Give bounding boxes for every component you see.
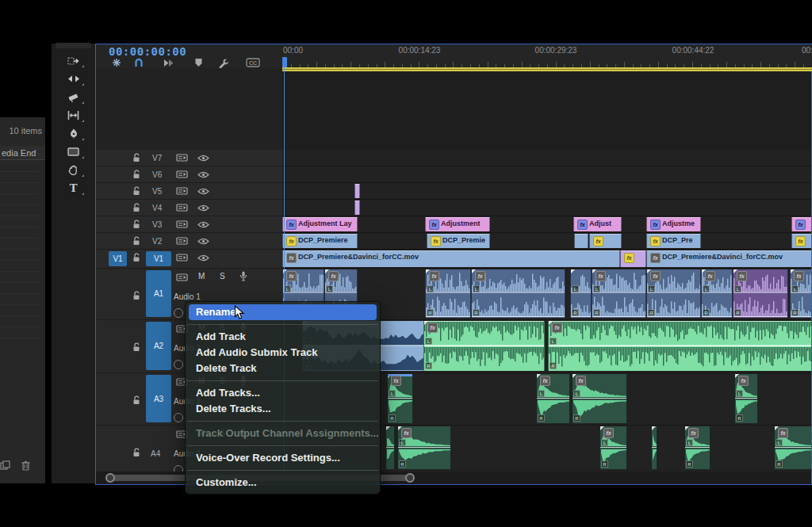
toggle-track-output-eye-icon[interactable] <box>197 155 209 162</box>
video-clip[interactable]: fxDCP_Premie <box>427 234 490 248</box>
menu-item-customize[interactable]: Customize... <box>189 475 377 491</box>
lock-icon[interactable] <box>132 448 140 457</box>
snap-button[interactable] <box>134 57 144 68</box>
audio-clip[interactable] <box>385 426 395 469</box>
clip-fade-handle[interactable] <box>386 426 390 430</box>
video-clip[interactable] <box>354 200 360 215</box>
toggle-track-output-eye-icon[interactable] <box>197 254 209 262</box>
video-clip[interactable]: fxAdjustme <box>646 217 701 231</box>
lock-icon[interactable] <box>132 291 140 300</box>
new-item-icon[interactable] <box>0 460 10 474</box>
lock-icon[interactable] <box>132 220 140 229</box>
video-clip[interactable] <box>354 184 360 198</box>
timeline-settings-button[interactable] <box>218 57 228 68</box>
lock-icon[interactable] <box>132 253 140 262</box>
track-target-a3[interactable]: A3 <box>146 375 171 422</box>
audio-clip[interactable]: fxLR <box>425 269 471 318</box>
audio-clip[interactable]: fxLR <box>701 269 733 318</box>
toggle-track-output-eye-icon[interactable] <box>197 171 209 178</box>
pan-knob[interactable] <box>174 308 183 318</box>
audio-clip[interactable]: fxLR <box>548 321 811 371</box>
audio-clip[interactable]: fxLR <box>536 374 570 423</box>
track-target-v1[interactable]: V1 <box>146 251 171 266</box>
audio-clip[interactable]: fxLR <box>733 269 788 318</box>
tool-hand[interactable] <box>52 161 95 179</box>
audio-clip[interactable]: fxLR <box>397 426 451 469</box>
lock-icon[interactable] <box>132 170 140 179</box>
video-clip[interactable]: fxDCP_Premiere&Davinci_forCC.mov <box>282 250 620 267</box>
scrollbar-zoom-handle-right[interactable] <box>405 473 415 483</box>
toggle-track-output-eye-icon[interactable] <box>197 204 209 212</box>
audio-clip[interactable]: fxLR <box>684 426 710 469</box>
captions-button[interactable]: CC <box>246 57 260 68</box>
track-label-v6[interactable]: V6 <box>152 170 162 179</box>
track-label-v2[interactable]: V2 <box>152 237 162 246</box>
scrollbar-zoom-handle-left[interactable] <box>105 473 115 483</box>
menu-item-voice-over-record-settings[interactable]: Voice-Over Record Settings... <box>189 450 377 466</box>
lock-icon[interactable] <box>132 342 140 352</box>
audio-clip[interactable]: fxLR <box>592 269 646 318</box>
track-label-v7[interactable]: V7 <box>152 154 162 162</box>
tool-slip[interactable] <box>52 106 95 124</box>
linked-selection-button[interactable] <box>163 57 174 68</box>
lock-icon[interactable] <box>132 153 140 162</box>
tool-ripple-edit[interactable] <box>52 70 95 88</box>
track-target-a2[interactable]: A2 <box>146 322 171 370</box>
video-clip[interactable]: fxAdjustment Lay <box>282 217 358 231</box>
audio-clip[interactable]: fxLR <box>387 374 413 423</box>
lock-icon[interactable] <box>132 186 140 196</box>
track-label-a4[interactable]: A4 <box>151 449 160 458</box>
lock-icon[interactable] <box>132 203 140 212</box>
video-clip[interactable]: fx <box>589 234 622 248</box>
audio-clip[interactable] <box>651 426 657 469</box>
audio-clip[interactable]: fxLR <box>572 374 627 423</box>
video-clip[interactable]: fx <box>791 234 811 248</box>
tool-rectangle[interactable] <box>52 143 95 161</box>
menu-item-rename[interactable]: Rename <box>189 304 377 320</box>
track-label-v5[interactable]: V5 <box>152 187 162 196</box>
pan-knob[interactable] <box>174 360 183 369</box>
audio-clip[interactable]: fxLR <box>646 269 701 318</box>
track-sync-icon[interactable] <box>176 204 188 212</box>
track-sync-icon[interactable] <box>176 187 188 195</box>
tool-razor[interactable] <box>52 88 95 106</box>
track-sync-icon[interactable] <box>176 170 188 178</box>
video-clip[interactable]: fxDCP_Premiere&Davinci_forCC.mov <box>646 250 811 267</box>
audio-clip[interactable]: fxLR <box>774 426 811 469</box>
toggle-track-output-eye-icon[interactable] <box>197 188 209 195</box>
playhead-handle[interactable] <box>282 57 287 67</box>
nest-sequences-button[interactable] <box>112 57 121 68</box>
menu-item-add-audio-submix-track[interactable]: Add Audio Submix Track <box>189 345 377 361</box>
video-clip[interactable]: fx <box>791 217 811 231</box>
track-sync-icon[interactable] <box>176 154 188 162</box>
lock-icon[interactable] <box>132 395 140 405</box>
track-target-a1[interactable]: A1 <box>146 270 171 317</box>
pan-knob[interactable] <box>174 413 183 422</box>
voiceover-record-mic-icon[interactable] <box>239 271 247 281</box>
trash-icon[interactable] <box>21 460 31 474</box>
video-clip[interactable]: fxDCP_Premiere <box>282 234 358 248</box>
track-sync-icon[interactable] <box>176 220 188 228</box>
track-label-v4[interactable]: V4 <box>152 204 162 212</box>
menu-item-add-track[interactable]: Add Track <box>189 329 377 345</box>
menu-item-delete-tracks[interactable]: Delete Tracks... <box>189 401 377 417</box>
work-area-bar[interactable] <box>282 67 812 71</box>
tool-track-select-forward[interactable] <box>52 52 95 70</box>
track-sync-icon[interactable] <box>176 237 188 245</box>
add-marker-button[interactable] <box>194 57 203 68</box>
audio-clip[interactable]: fxLR <box>471 269 565 318</box>
tool-type[interactable]: T <box>52 179 95 197</box>
toggle-track-output-eye-icon[interactable] <box>197 238 209 245</box>
menu-item-add-tracks[interactable]: Add Tracks... <box>189 385 377 401</box>
lock-icon[interactable] <box>132 236 140 246</box>
audio-track-name[interactable]: Audio 1 <box>174 292 201 301</box>
clip-fade-handle[interactable] <box>571 269 575 273</box>
clip-fade-handle[interactable] <box>652 426 656 430</box>
track-sync-icon[interactable] <box>176 273 188 281</box>
time-ruler[interactable]: 00:0000:00:14:2300:00:29:2300:00:44:2200… <box>282 44 812 68</box>
solo-button[interactable]: S <box>220 272 225 281</box>
audio-clip[interactable]: fxLR <box>423 321 545 371</box>
menu-item-delete-track[interactable]: Delete Track <box>189 361 377 376</box>
playhead-timecode[interactable]: 00:00:00:00 <box>109 45 186 58</box>
audio-clip[interactable]: fxLR <box>734 374 758 423</box>
